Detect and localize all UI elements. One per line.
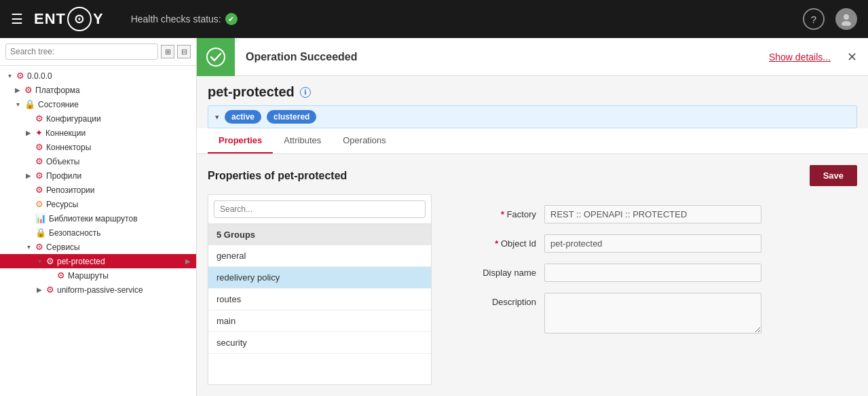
close-notification-button[interactable]: ✕ [836, 50, 868, 65]
description-textarea[interactable] [544, 293, 761, 334]
factory-input[interactable] [544, 205, 761, 223]
groups-count: 5 Groups [208, 224, 431, 245]
groups-panel: 5 Groups general redelivery policy route… [208, 194, 432, 385]
properties-header: Properties of pet-protected Save [208, 165, 857, 186]
object-id-input[interactable] [544, 234, 761, 253]
sidebar-item-objects[interactable]: ⚙ Объекты [0, 154, 196, 168]
field-row-object-id: * Object Id [448, 234, 841, 253]
sidebar-item-configs[interactable]: ⚙ Конфигурации [0, 111, 196, 126]
main-content: Operation Succeeded Show details... ✕ pe… [197, 38, 868, 396]
sidebar-item-label: Библиотеки маршрутов [49, 214, 138, 223]
connections-icon: ✦ [35, 128, 43, 138]
sidebar-item-repos[interactable]: ⚙ Репозитории [0, 183, 196, 197]
sidebar-item-libraries[interactable]: 📊 Библиотеки маршрутов [0, 211, 196, 226]
group-item-main[interactable]: main [208, 310, 431, 332]
sidebar-item-label: Объекты [46, 157, 80, 166]
gear-icon: ⚙ [46, 256, 54, 266]
sidebar-item-label: Репозитории [46, 185, 95, 195]
collapse-tree-button[interactable]: ⊟ [177, 45, 191, 58]
field-label-factory: * Factory [448, 205, 536, 219]
layout: ⊞ ⊟ ▾ ⚙ 0.0.0.0 ▶ ⚙ Платформа ▾ 🔒 Состоя… [0, 38, 868, 396]
sidebar-item-root[interactable]: ▾ ⚙ 0.0.0.0 [0, 69, 196, 83]
logo-text-right: Y [93, 10, 104, 28]
sidebar-item-label: Коннекторы [46, 143, 91, 152]
gear-icon: ⚙ [57, 270, 65, 281]
page-title-row: pet-protected ℹ [208, 84, 857, 100]
sidebar-item-uniform-passive[interactable]: ▶ ⚙ uniform-passive-service [0, 283, 196, 297]
tabs-row: Properties Attributes Operations [197, 128, 868, 154]
resources-icon: ⚙ [35, 199, 43, 209]
health-checks-status: Health checks status: ✔ [131, 13, 238, 25]
health-status-icon: ✔ [225, 13, 238, 25]
operation-success-icon [197, 38, 235, 76]
group-item-security[interactable]: security [208, 332, 431, 354]
tree-toggle: ▾ [14, 101, 22, 108]
expand-tree-button[interactable]: ⊞ [161, 45, 174, 58]
field-row-display-name: Display name [448, 264, 841, 282]
help-icon[interactable]: ? [803, 8, 825, 30]
properties-area: Properties of pet-protected Save 5 Group… [197, 154, 868, 396]
sidebar-item-security[interactable]: 🔒 Безопасность [0, 226, 196, 240]
sidebar-item-label: Безопасность [49, 228, 101, 238]
info-icon[interactable]: ℹ [300, 87, 311, 98]
show-details-button[interactable]: Show details... [763, 52, 836, 62]
group-item-redelivery[interactable]: redelivery policy [208, 267, 431, 289]
sidebar-item-profiles[interactable]: ▶ ⚙ Профили [0, 168, 196, 183]
sidebar-item-label: Маршруты [68, 271, 109, 281]
gear-icon: ⚙ [16, 71, 24, 81]
tree-toggle: ▾ [24, 243, 33, 251]
sidebar-item-connections[interactable]: ▶ ✦ Коннекции [0, 126, 196, 140]
gear-icon: ⚙ [24, 85, 33, 95]
svg-point-0 [844, 14, 849, 20]
tree-toggle: ▶ [24, 172, 33, 179]
notification-bar: Operation Succeeded Show details... ✕ [197, 38, 868, 76]
sidebar-search-bar: ⊞ ⊟ [0, 38, 196, 66]
sidebar-item-routes[interactable]: ⚙ Маршруты [0, 268, 196, 283]
gear-icon: ⚙ [35, 170, 43, 181]
sidebar-item-connectors[interactable]: ⚙ Коннекторы [0, 140, 196, 154]
tree-toggle: ▶ [35, 286, 43, 293]
logo: ENT ⊙ Y [34, 7, 104, 31]
field-label-description: Description [448, 293, 536, 307]
save-button[interactable]: Save [810, 165, 857, 186]
logo-circle-icon: ⊙ [67, 7, 92, 31]
page-header: pet-protected ℹ ▾ active clustered [197, 76, 868, 128]
avatar[interactable] [835, 8, 857, 30]
tree-toggle: ▾ [5, 72, 14, 79]
group-item-general[interactable]: general [208, 245, 431, 267]
svg-point-1 [842, 21, 851, 26]
gear-icon: ⚙ [35, 242, 43, 252]
required-star: * [495, 238, 501, 249]
sidebar-item-state[interactable]: ▾ 🔒 Состояние [0, 97, 196, 111]
menu-icon[interactable]: ☰ [11, 11, 23, 27]
fields-panel: * Factory * Object Id [432, 194, 857, 385]
tab-attributes[interactable]: Attributes [273, 128, 332, 154]
sidebar-item-label: Состояние [38, 100, 79, 109]
properties-body: 5 Groups general redelivery policy route… [208, 194, 857, 385]
dropdown-arrow-icon[interactable]: ▾ [215, 113, 219, 122]
sidebar-item-pet-protected[interactable]: ▾ ⚙ pet-protected ▶ [0, 254, 196, 268]
page-title: pet-protected [208, 84, 295, 100]
sidebar-item-platform[interactable]: ▶ ⚙ Платформа [0, 83, 196, 97]
groups-search-input[interactable] [214, 200, 426, 218]
operation-message: Operation Succeeded [235, 51, 763, 63]
sidebar-item-resources[interactable]: ⚙ Ресурсы [0, 197, 196, 211]
tab-operations[interactable]: Operations [332, 128, 397, 154]
display-name-input[interactable] [544, 264, 761, 282]
sidebar-item-label: Конфигурации [46, 114, 101, 124]
tree-toggle: ▾ [35, 257, 43, 265]
group-item-routes[interactable]: routes [208, 289, 431, 310]
gear-icon: ⚙ [35, 113, 43, 124]
search-input[interactable] [5, 43, 158, 60]
sidebar-item-services[interactable]: ▾ ⚙ Сервисы [0, 240, 196, 254]
required-star: * [501, 209, 507, 219]
tab-properties[interactable]: Properties [208, 128, 273, 154]
sidebar-item-label: Сервисы [46, 242, 80, 252]
topbar: ☰ ENT ⊙ Y Health checks status: ✔ ? [0, 0, 868, 38]
sidebar-search-icons: ⊞ ⊟ [161, 45, 191, 58]
sidebar-item-label: Платформа [35, 86, 80, 95]
logo-text-left: ENT [34, 10, 66, 28]
health-label: Health checks status: [131, 14, 221, 24]
sidebar-item-label: Профили [46, 171, 81, 181]
tree-toggle: ▶ [24, 129, 33, 137]
